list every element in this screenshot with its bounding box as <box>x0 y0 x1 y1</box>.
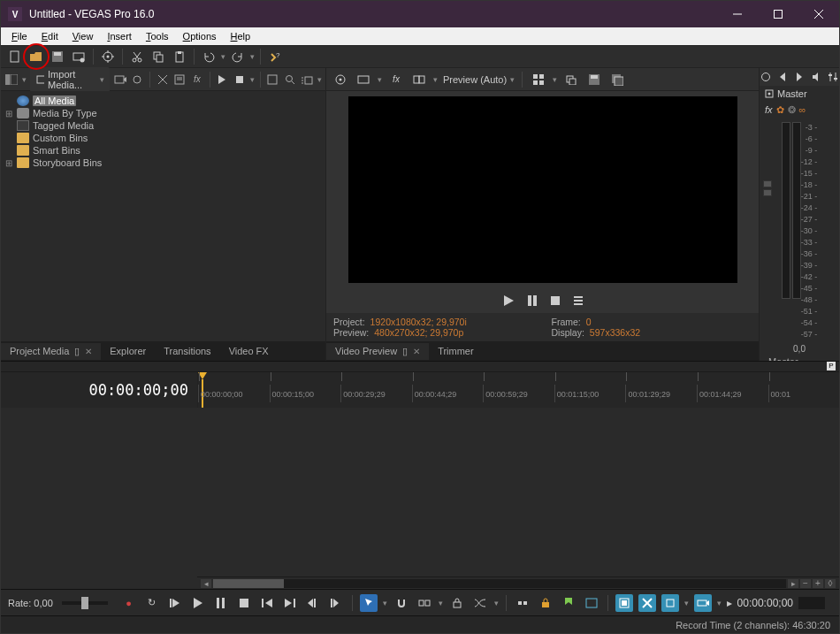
auto-ripple-button[interactable] <box>416 594 433 612</box>
record-button[interactable]: ● <box>120 594 138 612</box>
master-prev-button[interactable] <box>776 68 788 86</box>
tab-transitions[interactable]: Transitions <box>155 343 219 359</box>
normal-edit-tool-button[interactable] <box>360 594 378 612</box>
master-dim-button[interactable] <box>811 68 822 86</box>
tab-explorer[interactable]: Explorer <box>101 343 155 359</box>
prev-save-all-button[interactable] <box>608 71 626 88</box>
prev-settings-button[interactable] <box>332 71 349 88</box>
chevron-down-icon[interactable]: ▾ <box>250 75 255 84</box>
master-faders-button[interactable] <box>828 68 839 86</box>
play-from-start-button[interactable] <box>166 594 184 612</box>
new-project-button[interactable] <box>6 48 24 65</box>
properties-button[interactable] <box>99 48 117 65</box>
project-media-thumbnails[interactable] <box>125 91 325 341</box>
minimize-button[interactable] <box>717 1 758 27</box>
tree-item-media-by-type[interactable]: ⊞Media By Type <box>3 107 123 119</box>
open-button[interactable] <box>27 48 45 65</box>
tree-item-custom-bins[interactable]: Custom Bins <box>3 132 123 144</box>
prev-frame-button[interactable] <box>304 594 322 612</box>
chevron-down-icon[interactable]: ▾ <box>494 599 499 607</box>
chevron-down-icon[interactable]: ▾ <box>717 599 722 607</box>
redo-button[interactable] <box>229 48 247 65</box>
paste-button[interactable] <box>171 48 188 65</box>
lock-button[interactable] <box>537 594 554 612</box>
zoom-out-button[interactable]: − <box>800 579 811 588</box>
lock-envelope-button[interactable] <box>448 594 466 612</box>
preview-quality-dropdown[interactable]: Preview (Auto) ▾ <box>443 74 515 85</box>
render-as-button[interactable] <box>70 48 88 65</box>
pm-refresh-button[interactable] <box>265 71 279 88</box>
preview-play-button[interactable] <box>502 294 515 307</box>
tool-a-button[interactable] <box>615 594 633 612</box>
copy-button[interactable] <box>149 48 167 65</box>
scrollbar-thumb[interactable] <box>213 579 284 588</box>
redo-dropdown-icon[interactable]: ▾ <box>250 52 255 61</box>
clock-box[interactable] <box>798 597 825 609</box>
menu-insert[interactable]: Insert <box>100 29 139 43</box>
menu-edit[interactable]: Edit <box>34 29 65 43</box>
scrollbar-track[interactable] <box>213 579 786 588</box>
zoom-fit-button[interactable]: ◊ <box>825 579 836 588</box>
rate-slider[interactable] <box>62 601 108 605</box>
master-gear-icon[interactable]: ✿ <box>776 104 784 116</box>
tree-item-smart-bins[interactable]: Smart Bins <box>3 144 123 157</box>
master-link-icon[interactable]: ∞ <box>799 104 806 116</box>
marker-strip[interactable]: P <box>1 362 839 372</box>
pm-fx-button[interactable]: fx <box>190 71 204 88</box>
preview-stop-button[interactable] <box>550 295 561 306</box>
prev-external-button[interactable] <box>355 71 372 88</box>
loop-button[interactable]: ↻ <box>143 594 161 612</box>
expand-icon[interactable]: ⊞ <box>4 109 13 118</box>
import-media-button[interactable]: Import Media... ▾ <box>30 67 110 92</box>
close-tab-icon[interactable]: ✕ <box>413 347 420 356</box>
save-button[interactable] <box>49 48 66 65</box>
help-button[interactable]: ? <box>266 48 284 65</box>
menu-file[interactable]: File <box>4 29 34 43</box>
close-button[interactable] <box>798 1 839 27</box>
prev-overlays-button[interactable] <box>530 71 547 88</box>
menu-options[interactable]: Options <box>176 29 224 43</box>
expand-icon[interactable]: ⊞ <box>4 158 13 168</box>
master-fx-button[interactable]: fx <box>765 104 773 116</box>
preview-menu-button[interactable] <box>573 295 584 306</box>
undo-button[interactable] <box>200 48 218 65</box>
prev-save-snapshot-button[interactable] <box>585 71 603 88</box>
tree-item-all-media[interactable]: All Media <box>3 95 123 107</box>
menu-help[interactable]: Help <box>224 29 258 43</box>
maximize-button[interactable] <box>758 1 798 27</box>
scroll-right-button[interactable]: ▸ <box>788 579 798 588</box>
chevron-down-icon[interactable]: ▾ <box>439 599 443 607</box>
play-button[interactable] <box>189 594 207 612</box>
master-gear2-icon[interactable]: ❂ <box>788 104 796 116</box>
pm-capture-button[interactable] <box>113 71 127 88</box>
pause-button[interactable] <box>212 594 230 612</box>
tab-trimmer[interactable]: Trimmer <box>429 343 483 359</box>
prev-split-button[interactable] <box>410 71 428 88</box>
chevron-down-icon[interactable]: ▾ <box>684 599 689 607</box>
prev-copy-button[interactable] <box>562 71 580 88</box>
marker-p[interactable]: P <box>827 362 836 370</box>
marker-button[interactable] <box>560 594 577 612</box>
chevron-down-icon[interactable]: ▾ <box>22 75 27 84</box>
pm-play-button[interactable] <box>215 71 229 88</box>
transport-clock[interactable]: ▸ 00:00:00;00 <box>727 597 834 609</box>
pm-get-photo-button[interactable] <box>130 71 144 88</box>
snap-button[interactable] <box>393 594 410 612</box>
timecode-area[interactable]: 00:00:00;00 <box>1 372 197 408</box>
chevron-down-icon[interactable]: ▾ <box>553 75 557 84</box>
pm-remove-button[interactable] <box>156 71 170 88</box>
close-tab-icon[interactable]: ✕ <box>85 347 92 356</box>
go-end-button[interactable] <box>281 594 299 612</box>
chevron-down-icon[interactable]: ▾ <box>317 75 322 84</box>
tool-b-button[interactable] <box>638 594 656 612</box>
chevron-down-icon[interactable]: ▾ <box>378 75 382 84</box>
cut-button[interactable] <box>128 48 146 65</box>
pm-search-button[interactable] <box>283 71 297 88</box>
rate-slider-knob[interactable] <box>81 597 88 609</box>
tree-item-storyboard-bins[interactable]: ⊞Storyboard Bins <box>3 157 123 169</box>
crossfade-button[interactable] <box>471 594 489 612</box>
tab-video-preview[interactable]: Video Preview ▯ ✕ <box>326 343 429 360</box>
tool-d-button[interactable] <box>694 594 712 612</box>
pm-tree-toggle-button[interactable] <box>4 71 19 88</box>
tab-project-media[interactable]: Project Media ▯ ✕ <box>1 343 101 360</box>
